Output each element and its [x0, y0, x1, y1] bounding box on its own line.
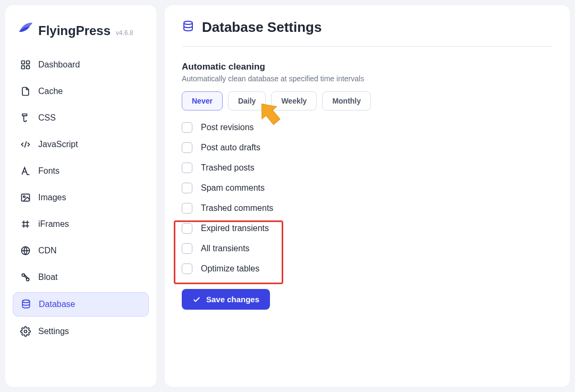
sidebar-nav: Dashboard Cache CSS JavaScript — [13, 53, 149, 343]
sidebar-item-iframes[interactable]: iFrames — [13, 212, 149, 236]
sidebar-item-bloat[interactable]: Bloat — [13, 266, 149, 289]
check-label: Expired transients — [201, 224, 269, 233]
main-panel: Database Settings Automatic cleaning Aut… — [165, 5, 570, 387]
page-title: Database Settings — [202, 19, 322, 36]
sidebar-item-label: Dashboard — [38, 60, 80, 70]
sidebar-item-css[interactable]: CSS — [13, 106, 149, 130]
sidebar-item-dashboard[interactable]: Dashboard — [13, 53, 149, 76]
check-label: Post auto drafts — [201, 143, 260, 152]
check-post-auto-drafts[interactable]: Post auto drafts — [182, 142, 553, 153]
sidebar-item-javascript[interactable]: JavaScript — [13, 133, 149, 156]
cleanup-options-list: Post revisions Post auto drafts Trashed … — [182, 122, 553, 274]
check-optimize-tables[interactable]: Optimize tables — [182, 263, 553, 274]
check-label: Trashed posts — [201, 163, 255, 173]
sidebar-item-label: Settings — [38, 327, 69, 336]
check-label: Spam comments — [201, 183, 265, 193]
checkbox[interactable] — [182, 223, 192, 234]
cache-icon — [20, 86, 31, 97]
section-title: Automatic cleaning — [182, 62, 553, 72]
flyingpress-logo-icon — [18, 21, 33, 35]
sidebar-item-label: iFrames — [38, 219, 69, 229]
section-description: Automatically clean database at specifie… — [182, 74, 553, 83]
check-label: Post revisions — [201, 123, 254, 132]
javascript-icon — [20, 139, 31, 150]
cdn-icon — [20, 245, 31, 256]
sidebar-item-label: JavaScript — [38, 140, 78, 149]
fonts-icon — [20, 166, 31, 176]
save-button[interactable]: Save changes — [182, 289, 270, 310]
checkbox[interactable] — [182, 243, 192, 254]
sidebar-item-cache[interactable]: Cache — [13, 80, 149, 103]
css-icon — [20, 113, 31, 123]
checkbox[interactable] — [182, 163, 192, 173]
database-icon — [21, 299, 31, 310]
brand-version: v4.6.8 — [116, 29, 133, 37]
checkbox[interactable] — [182, 203, 192, 214]
checkbox[interactable] — [182, 122, 192, 133]
sidebar-item-label: Bloat — [38, 272, 57, 282]
sidebar-item-label: CDN — [38, 246, 57, 255]
sidebar-item-database[interactable]: Database — [13, 292, 149, 317]
sidebar: FlyingPress v4.6.8 Dashboard Cache CSS — [5, 5, 156, 387]
svg-rect-0 — [22, 61, 25, 64]
check-trashed-comments[interactable]: Trashed comments — [182, 203, 553, 214]
checkbox[interactable] — [182, 263, 192, 274]
tab-weekly[interactable]: Weekly — [271, 91, 317, 110]
check-label: All transients — [201, 244, 250, 253]
sidebar-item-label: Images — [38, 193, 66, 202]
brand-logo — [18, 21, 33, 35]
section-automatic-cleaning: Automatic cleaning Automatically clean d… — [182, 62, 553, 310]
svg-rect-2 — [22, 66, 25, 69]
check-label: Trashed comments — [201, 203, 273, 213]
checkbox[interactable] — [182, 183, 192, 193]
sidebar-item-images[interactable]: Images — [13, 186, 149, 209]
save-button-label: Save changes — [206, 295, 259, 304]
bloat-icon — [20, 272, 31, 283]
interval-tab-group: Never Daily Weekly Monthly — [182, 91, 553, 110]
sidebar-item-fonts[interactable]: Fonts — [13, 159, 149, 183]
svg-rect-1 — [27, 61, 30, 64]
svg-point-8 — [23, 196, 25, 198]
sidebar-item-label: Database — [39, 300, 75, 309]
iframes-icon — [20, 219, 31, 229]
database-icon — [182, 20, 195, 35]
svg-point-21 — [184, 21, 192, 24]
svg-point-20 — [24, 330, 27, 333]
check-expired-transients[interactable]: Expired transients — [182, 223, 553, 234]
check-icon — [192, 295, 201, 304]
sidebar-item-settings[interactable]: Settings — [13, 320, 149, 343]
page-header: Database Settings — [182, 19, 553, 47]
check-post-revisions[interactable]: Post revisions — [182, 122, 553, 133]
check-spam-comments[interactable]: Spam comments — [182, 183, 553, 193]
sidebar-item-label: Cache — [38, 87, 63, 96]
sidebar-item-label: CSS — [38, 113, 56, 123]
sidebar-item-label: Fonts — [38, 166, 60, 176]
settings-icon — [20, 326, 31, 337]
check-all-transients[interactable]: All transients — [182, 243, 553, 254]
tab-never[interactable]: Never — [182, 91, 223, 110]
checkbox[interactable] — [182, 142, 192, 153]
brand-name: FlyingPress — [38, 23, 111, 38]
images-icon — [20, 192, 31, 203]
brand: FlyingPress v4.6.8 — [13, 16, 149, 53]
sidebar-item-cdn[interactable]: CDN — [13, 239, 149, 262]
check-label: Optimize tables — [201, 264, 259, 274]
check-trashed-posts[interactable]: Trashed posts — [182, 163, 553, 173]
svg-point-19 — [22, 300, 29, 303]
tab-daily[interactable]: Daily — [228, 91, 266, 110]
dashboard-icon — [20, 59, 31, 70]
svg-rect-3 — [27, 66, 30, 69]
svg-line-4 — [24, 141, 26, 148]
tab-monthly[interactable]: Monthly — [322, 91, 371, 110]
